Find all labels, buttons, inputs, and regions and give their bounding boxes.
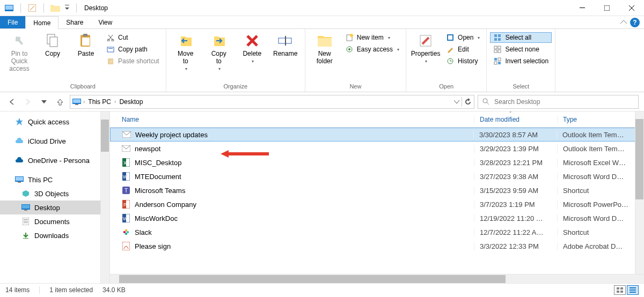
open-button[interactable]: Open▾ xyxy=(443,32,483,43)
svg-rect-15 xyxy=(108,48,113,49)
properties-button[interactable]: Properties▾ xyxy=(409,30,442,64)
copy-to-button[interactable]: Copy to▾ xyxy=(203,30,235,71)
tab-view[interactable]: View xyxy=(91,16,120,28)
copy-button[interactable]: Copy xyxy=(36,30,69,58)
pin-to-quick-access-button[interactable]: Pin to Quick access xyxy=(3,30,35,72)
copy-path-button[interactable]: Copy path xyxy=(103,44,163,55)
svg-rect-5 xyxy=(580,8,585,8)
svg-text:W: W xyxy=(123,174,128,180)
svg-rect-52 xyxy=(24,222,28,223)
navpane-scrollbar[interactable] xyxy=(100,112,109,283)
sidebar-item-desktop[interactable]: Desktop xyxy=(0,201,109,214)
breadcrumb-this-pc[interactable]: This PC xyxy=(87,98,112,106)
file-row[interactable]: WMiscWorkDoc12/19/2022 11:20 …Microsoft … xyxy=(110,211,644,225)
sidebar-item-onedrive-persona[interactable]: OneDrive - Persona xyxy=(0,153,109,167)
rename-button[interactable]: Rename xyxy=(269,30,302,58)
column-header-type[interactable]: Type xyxy=(557,116,635,123)
svg-rect-14 xyxy=(107,47,114,52)
sidebar-item-icloud-drive[interactable]: iCloud Drive xyxy=(0,134,109,148)
svg-point-42 xyxy=(483,99,487,103)
easy-access-button[interactable]: Easy access▾ xyxy=(342,44,402,55)
tab-home[interactable]: Home xyxy=(25,16,58,29)
delete-icon xyxy=(244,32,261,49)
close-button[interactable] xyxy=(619,0,644,16)
navigation-pane[interactable]: Quick accessiCloud DriveOneDrive - Perso… xyxy=(0,112,110,283)
new-item-icon xyxy=(345,33,354,42)
up-button[interactable] xyxy=(54,95,67,108)
svg-rect-40 xyxy=(73,99,80,103)
folder-icon xyxy=(49,2,61,14)
back-button[interactable] xyxy=(5,95,18,108)
address-bar[interactable]: › This PC › Desktop xyxy=(70,95,474,109)
svg-rect-50 xyxy=(24,219,28,220)
recent-locations-button[interactable] xyxy=(38,95,50,108)
paste-shortcut-button[interactable]: Paste shortcut xyxy=(103,56,163,66)
paste-icon xyxy=(77,32,94,49)
view-thumbnails-button[interactable] xyxy=(614,285,626,295)
new-folder-button[interactable]: New folder xyxy=(309,30,341,65)
paste-button[interactable]: Paste xyxy=(70,30,102,58)
sidebar-item-downloads[interactable]: Downloads xyxy=(0,228,109,242)
ppt-icon: P xyxy=(122,200,130,209)
delete-button[interactable]: Delete▾ xyxy=(236,30,268,64)
edit-button[interactable]: Edit xyxy=(443,44,483,55)
svg-rect-1 xyxy=(5,5,13,10)
svg-rect-75 xyxy=(617,287,619,289)
desktop-icon xyxy=(21,203,30,212)
svg-rect-47 xyxy=(22,205,30,209)
file-row[interactable]: XMISC_Desktop3/28/2023 12:21 PMMicrosoft… xyxy=(110,155,644,169)
column-header-date[interactable]: ˅Date modified xyxy=(474,116,557,123)
svg-rect-78 xyxy=(620,291,623,293)
select-all-button[interactable]: Select all xyxy=(490,32,552,43)
files-scrollbar-horizontal[interactable] xyxy=(110,274,644,283)
breadcrumb-desktop[interactable]: Desktop xyxy=(118,98,144,106)
file-row[interactable]: Slack12/7/2022 11:22 A…Shortcut xyxy=(110,225,644,239)
address-dropdown-icon[interactable] xyxy=(454,99,459,105)
minimize-button[interactable] xyxy=(570,0,595,16)
select-none-button[interactable]: Select none xyxy=(490,44,552,55)
file-row[interactable]: WMTEDocument3/27/2023 9:38 AMMicrosoft W… xyxy=(110,169,644,183)
file-row[interactable]: Please sign3/3/2022 12:33 PMAdobe Acroba… xyxy=(110,239,644,253)
tab-file[interactable]: File xyxy=(0,16,25,28)
maximize-button[interactable] xyxy=(595,0,619,16)
edit-icon xyxy=(446,45,455,54)
svg-rect-10 xyxy=(82,38,90,46)
move-to-button[interactable]: Move to▾ xyxy=(170,30,202,71)
chevron-right-icon[interactable]: › xyxy=(114,99,116,105)
search-input[interactable]: Search Desktop xyxy=(478,95,639,109)
sidebar-item-quick-access[interactable]: Quick access xyxy=(0,115,109,129)
column-header-name[interactable]: Name xyxy=(110,116,474,123)
tab-share[interactable]: Share xyxy=(58,16,91,28)
svg-rect-76 xyxy=(620,287,623,289)
invert-selection-icon xyxy=(493,57,502,65)
files-scrollbar-vertical[interactable] xyxy=(635,112,644,274)
refresh-button[interactable] xyxy=(464,98,472,106)
file-row[interactable]: TMicrosoft Teams3/15/2023 9:59 AMShortcu… xyxy=(110,183,644,197)
qat-properties-icon[interactable] xyxy=(26,2,38,14)
file-row[interactable]: PAnderson Company3/7/2023 1:19 PMMicroso… xyxy=(110,197,644,211)
collapse-ribbon-icon[interactable] xyxy=(620,19,627,26)
sidebar-item-documents[interactable]: Documents xyxy=(0,214,109,228)
chevron-right-icon[interactable]: › xyxy=(83,99,85,105)
history-button[interactable]: History xyxy=(443,56,483,66)
open-icon xyxy=(446,33,455,42)
forward-button[interactable] xyxy=(21,95,34,108)
svg-rect-44 xyxy=(16,177,23,181)
status-selected-size: 34.0 KB xyxy=(103,286,126,294)
new-item-button[interactable]: New item▾ xyxy=(342,32,402,43)
sidebar-item-3d-objects[interactable]: 3D Objects xyxy=(0,187,109,201)
pdf-icon xyxy=(122,242,130,250)
svg-rect-25 xyxy=(448,35,452,40)
view-details-button[interactable] xyxy=(627,285,639,295)
svg-rect-33 xyxy=(494,50,497,53)
file-row[interactable]: Weekly project updates3/30/2023 8:57 AMO… xyxy=(110,128,644,142)
file-row[interactable]: newspot3/29/2023 1:39 PMOutlook Item Tem… xyxy=(110,142,644,155)
svg-text:P: P xyxy=(123,202,127,207)
sort-indicator-icon: ˅ xyxy=(469,111,552,116)
sidebar-item-this-pc[interactable]: This PC xyxy=(0,173,109,187)
pin-icon xyxy=(11,32,28,49)
cut-button[interactable]: Cut xyxy=(103,32,163,43)
invert-selection-button[interactable]: Invert selection xyxy=(490,56,552,66)
help-icon[interactable]: ? xyxy=(630,18,640,27)
qat-dropdown-icon[interactable] xyxy=(63,2,71,14)
